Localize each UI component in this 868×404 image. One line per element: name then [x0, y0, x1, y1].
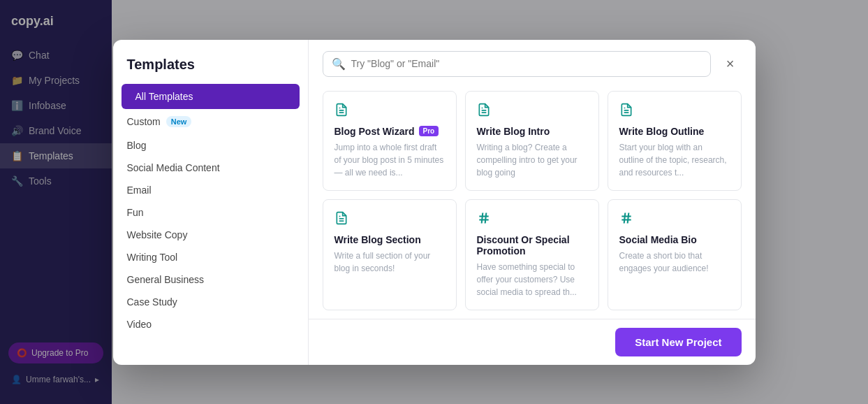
- nav-video[interactable]: Video: [113, 313, 308, 336]
- left-nav-panel: Templates All Templates Custom New Blog …: [113, 40, 309, 365]
- template-card[interactable]: Write Blog OutlineStart your blog with a…: [608, 91, 742, 191]
- template-card[interactable]: Discount Or Special PromotionHave someth…: [465, 199, 599, 310]
- template-icon: [477, 103, 587, 120]
- template-name: Write Blog Intro: [477, 126, 587, 137]
- svg-line-11: [485, 212, 486, 223]
- nav-all-templates[interactable]: All Templates: [122, 84, 300, 109]
- template-icon: [477, 211, 587, 229]
- template-name: Write Blog Outline: [619, 126, 730, 137]
- new-badge: New: [166, 116, 192, 127]
- nav-website-copy[interactable]: Website Copy: [113, 224, 308, 246]
- template-name: Social Media Bio: [619, 234, 730, 245]
- template-icon: [619, 211, 730, 229]
- start-new-project-button[interactable]: Start New Project: [615, 328, 741, 356]
- template-card[interactable]: Blog Post WizardProJump into a whole fir…: [323, 91, 457, 191]
- modal-header: 🔍 ×: [309, 40, 756, 85]
- template-description: Jump into a whole first draft of your bl…: [334, 141, 445, 179]
- svg-line-14: [624, 212, 625, 223]
- nav-general-business[interactable]: General Business: [113, 268, 308, 291]
- template-description: Have something special to offer your cus…: [477, 261, 587, 298]
- nav-social-media[interactable]: Social Media Content: [113, 157, 308, 179]
- template-description: Write a full section of your blog in sec…: [334, 250, 445, 275]
- svg-line-15: [627, 212, 628, 223]
- nav-blog[interactable]: Blog: [113, 134, 308, 157]
- nav-custom[interactable]: Custom New: [113, 109, 308, 134]
- template-description: Writing a blog? Create a compelling intr…: [477, 141, 587, 179]
- search-container[interactable]: 🔍: [323, 51, 711, 77]
- modal-overlay: Templates All Templates Custom New Blog …: [0, 0, 868, 404]
- close-button[interactable]: ×: [719, 52, 742, 75]
- template-name: Blog Post WizardPro: [334, 126, 445, 137]
- pro-badge: Pro: [419, 126, 439, 136]
- template-card[interactable]: Write Blog IntroWriting a blog? Create a…: [465, 91, 599, 191]
- nav-writing-tool[interactable]: Writing Tool: [113, 246, 308, 268]
- nav-case-study[interactable]: Case Study: [113, 291, 308, 313]
- template-icon: [334, 211, 445, 229]
- modal-title: Templates: [113, 57, 308, 84]
- template-description: Create a short bio that engages your aud…: [619, 250, 730, 275]
- template-name: Discount Or Special Promotion: [477, 234, 587, 257]
- template-card[interactable]: Social Media BioCreate a short bio that …: [608, 199, 742, 310]
- search-icon: 🔍: [332, 57, 346, 71]
- right-content-panel: 🔍 × Blog Post WizardProJump into a whole…: [309, 40, 756, 365]
- template-description: Start your blog with an outline of the t…: [619, 141, 730, 179]
- template-icon: [334, 103, 445, 120]
- nav-email[interactable]: Email: [113, 179, 308, 201]
- templates-grid: Blog Post WizardProJump into a whole fir…: [309, 85, 756, 319]
- nav-fun[interactable]: Fun: [113, 201, 308, 224]
- template-icon: [619, 103, 730, 120]
- template-card[interactable]: Write Blog SectionWrite a full section o…: [323, 199, 457, 310]
- templates-modal: Templates All Templates Custom New Blog …: [113, 40, 756, 365]
- search-input[interactable]: [351, 58, 702, 69]
- modal-footer: Start New Project: [309, 319, 756, 365]
- template-name: Write Blog Section: [334, 234, 445, 245]
- svg-line-10: [481, 212, 483, 223]
